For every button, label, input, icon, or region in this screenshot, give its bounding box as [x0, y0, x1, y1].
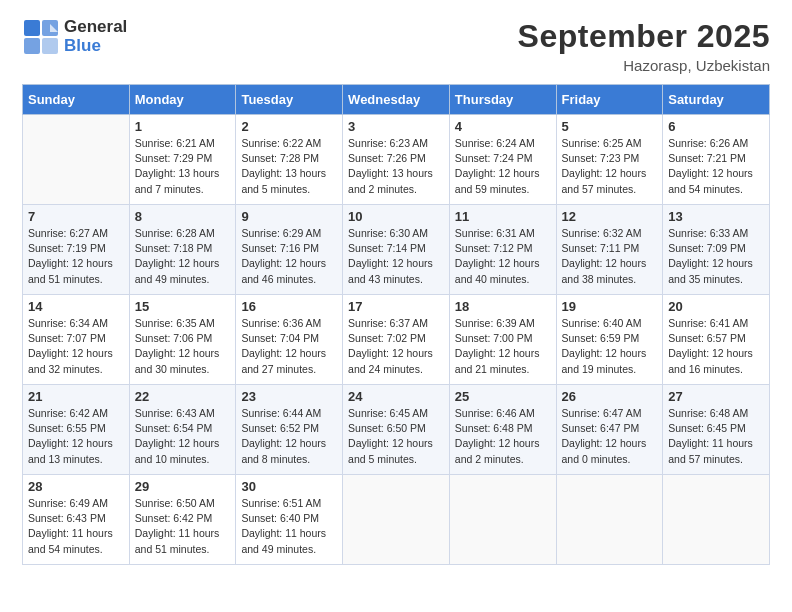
day-info: Sunrise: 6:27 AMSunset: 7:19 PMDaylight:…	[28, 226, 124, 287]
calendar-day-cell: 25Sunrise: 6:46 AMSunset: 6:48 PMDayligh…	[449, 385, 556, 475]
calendar-day-cell: 6Sunrise: 6:26 AMSunset: 7:21 PMDaylight…	[663, 115, 770, 205]
day-info: Sunrise: 6:41 AMSunset: 6:57 PMDaylight:…	[668, 316, 764, 377]
calendar-day-cell: 3Sunrise: 6:23 AMSunset: 7:26 PMDaylight…	[343, 115, 450, 205]
calendar-day-cell	[663, 475, 770, 565]
day-info: Sunrise: 6:22 AMSunset: 7:28 PMDaylight:…	[241, 136, 337, 197]
day-info: Sunrise: 6:30 AMSunset: 7:14 PMDaylight:…	[348, 226, 444, 287]
calendar-day-cell: 10Sunrise: 6:30 AMSunset: 7:14 PMDayligh…	[343, 205, 450, 295]
calendar-day-cell: 4Sunrise: 6:24 AMSunset: 7:24 PMDaylight…	[449, 115, 556, 205]
calendar-week-row: 28Sunrise: 6:49 AMSunset: 6:43 PMDayligh…	[23, 475, 770, 565]
day-info: Sunrise: 6:48 AMSunset: 6:45 PMDaylight:…	[668, 406, 764, 467]
day-number: 8	[135, 209, 231, 224]
logo-icon	[22, 18, 60, 56]
header-tuesday: Tuesday	[236, 85, 343, 115]
day-number: 13	[668, 209, 764, 224]
day-info: Sunrise: 6:42 AMSunset: 6:55 PMDaylight:…	[28, 406, 124, 467]
day-number: 27	[668, 389, 764, 404]
day-number: 20	[668, 299, 764, 314]
day-info: Sunrise: 6:29 AMSunset: 7:16 PMDaylight:…	[241, 226, 337, 287]
day-info: Sunrise: 6:46 AMSunset: 6:48 PMDaylight:…	[455, 406, 551, 467]
day-number: 26	[562, 389, 658, 404]
day-info: Sunrise: 6:50 AMSunset: 6:42 PMDaylight:…	[135, 496, 231, 557]
svg-rect-2	[24, 38, 40, 54]
calendar-day-cell: 29Sunrise: 6:50 AMSunset: 6:42 PMDayligh…	[129, 475, 236, 565]
day-info: Sunrise: 6:24 AMSunset: 7:24 PMDaylight:…	[455, 136, 551, 197]
header-friday: Friday	[556, 85, 663, 115]
day-number: 9	[241, 209, 337, 224]
day-info: Sunrise: 6:49 AMSunset: 6:43 PMDaylight:…	[28, 496, 124, 557]
calendar-day-cell	[23, 115, 130, 205]
calendar-day-cell: 1Sunrise: 6:21 AMSunset: 7:29 PMDaylight…	[129, 115, 236, 205]
day-number: 4	[455, 119, 551, 134]
day-info: Sunrise: 6:25 AMSunset: 7:23 PMDaylight:…	[562, 136, 658, 197]
weekday-header-row: Sunday Monday Tuesday Wednesday Thursday…	[23, 85, 770, 115]
calendar-day-cell: 27Sunrise: 6:48 AMSunset: 6:45 PMDayligh…	[663, 385, 770, 475]
calendar-day-cell: 11Sunrise: 6:31 AMSunset: 7:12 PMDayligh…	[449, 205, 556, 295]
day-number: 7	[28, 209, 124, 224]
day-number: 21	[28, 389, 124, 404]
calendar-day-cell: 20Sunrise: 6:41 AMSunset: 6:57 PMDayligh…	[663, 295, 770, 385]
header-wednesday: Wednesday	[343, 85, 450, 115]
day-number: 14	[28, 299, 124, 314]
day-info: Sunrise: 6:28 AMSunset: 7:18 PMDaylight:…	[135, 226, 231, 287]
day-number: 16	[241, 299, 337, 314]
day-info: Sunrise: 6:21 AMSunset: 7:29 PMDaylight:…	[135, 136, 231, 197]
page: General Blue September 2025 Hazorasp, Uz…	[0, 0, 792, 612]
day-number: 23	[241, 389, 337, 404]
calendar-body: 1Sunrise: 6:21 AMSunset: 7:29 PMDaylight…	[23, 115, 770, 565]
calendar-day-cell	[556, 475, 663, 565]
calendar-day-cell: 19Sunrise: 6:40 AMSunset: 6:59 PMDayligh…	[556, 295, 663, 385]
day-number: 22	[135, 389, 231, 404]
day-number: 5	[562, 119, 658, 134]
day-number: 15	[135, 299, 231, 314]
day-number: 28	[28, 479, 124, 494]
calendar-day-cell: 2Sunrise: 6:22 AMSunset: 7:28 PMDaylight…	[236, 115, 343, 205]
logo-general: General	[64, 17, 127, 36]
calendar-week-row: 14Sunrise: 6:34 AMSunset: 7:07 PMDayligh…	[23, 295, 770, 385]
calendar-day-cell: 18Sunrise: 6:39 AMSunset: 7:00 PMDayligh…	[449, 295, 556, 385]
day-info: Sunrise: 6:37 AMSunset: 7:02 PMDaylight:…	[348, 316, 444, 377]
calendar-week-row: 1Sunrise: 6:21 AMSunset: 7:29 PMDaylight…	[23, 115, 770, 205]
day-number: 11	[455, 209, 551, 224]
day-number: 19	[562, 299, 658, 314]
calendar-day-cell: 8Sunrise: 6:28 AMSunset: 7:18 PMDaylight…	[129, 205, 236, 295]
day-info: Sunrise: 6:36 AMSunset: 7:04 PMDaylight:…	[241, 316, 337, 377]
calendar-day-cell: 12Sunrise: 6:32 AMSunset: 7:11 PMDayligh…	[556, 205, 663, 295]
calendar-day-cell: 24Sunrise: 6:45 AMSunset: 6:50 PMDayligh…	[343, 385, 450, 475]
day-number: 18	[455, 299, 551, 314]
day-number: 29	[135, 479, 231, 494]
day-number: 25	[455, 389, 551, 404]
day-info: Sunrise: 6:44 AMSunset: 6:52 PMDaylight:…	[241, 406, 337, 467]
day-info: Sunrise: 6:23 AMSunset: 7:26 PMDaylight:…	[348, 136, 444, 197]
calendar-day-cell: 15Sunrise: 6:35 AMSunset: 7:06 PMDayligh…	[129, 295, 236, 385]
calendar-day-cell: 28Sunrise: 6:49 AMSunset: 6:43 PMDayligh…	[23, 475, 130, 565]
day-number: 3	[348, 119, 444, 134]
day-info: Sunrise: 6:45 AMSunset: 6:50 PMDaylight:…	[348, 406, 444, 467]
calendar-day-cell: 9Sunrise: 6:29 AMSunset: 7:16 PMDaylight…	[236, 205, 343, 295]
logo: General Blue	[22, 18, 127, 56]
calendar-day-cell: 13Sunrise: 6:33 AMSunset: 7:09 PMDayligh…	[663, 205, 770, 295]
calendar-day-cell: 26Sunrise: 6:47 AMSunset: 6:47 PMDayligh…	[556, 385, 663, 475]
calendar-day-cell: 5Sunrise: 6:25 AMSunset: 7:23 PMDaylight…	[556, 115, 663, 205]
day-info: Sunrise: 6:34 AMSunset: 7:07 PMDaylight:…	[28, 316, 124, 377]
calendar-day-cell: 21Sunrise: 6:42 AMSunset: 6:55 PMDayligh…	[23, 385, 130, 475]
calendar-week-row: 7Sunrise: 6:27 AMSunset: 7:19 PMDaylight…	[23, 205, 770, 295]
calendar-day-cell: 14Sunrise: 6:34 AMSunset: 7:07 PMDayligh…	[23, 295, 130, 385]
header-saturday: Saturday	[663, 85, 770, 115]
logo-text: General Blue	[64, 18, 127, 55]
day-info: Sunrise: 6:33 AMSunset: 7:09 PMDaylight:…	[668, 226, 764, 287]
day-number: 1	[135, 119, 231, 134]
day-number: 10	[348, 209, 444, 224]
calendar-location: Hazorasp, Uzbekistan	[518, 57, 770, 74]
header-thursday: Thursday	[449, 85, 556, 115]
day-number: 6	[668, 119, 764, 134]
calendar-title: September 2025	[518, 18, 770, 55]
calendar-day-cell	[449, 475, 556, 565]
day-info: Sunrise: 6:39 AMSunset: 7:00 PMDaylight:…	[455, 316, 551, 377]
day-number: 2	[241, 119, 337, 134]
day-info: Sunrise: 6:43 AMSunset: 6:54 PMDaylight:…	[135, 406, 231, 467]
calendar-week-row: 21Sunrise: 6:42 AMSunset: 6:55 PMDayligh…	[23, 385, 770, 475]
calendar-day-cell	[343, 475, 450, 565]
header-monday: Monday	[129, 85, 236, 115]
calendar-day-cell: 16Sunrise: 6:36 AMSunset: 7:04 PMDayligh…	[236, 295, 343, 385]
